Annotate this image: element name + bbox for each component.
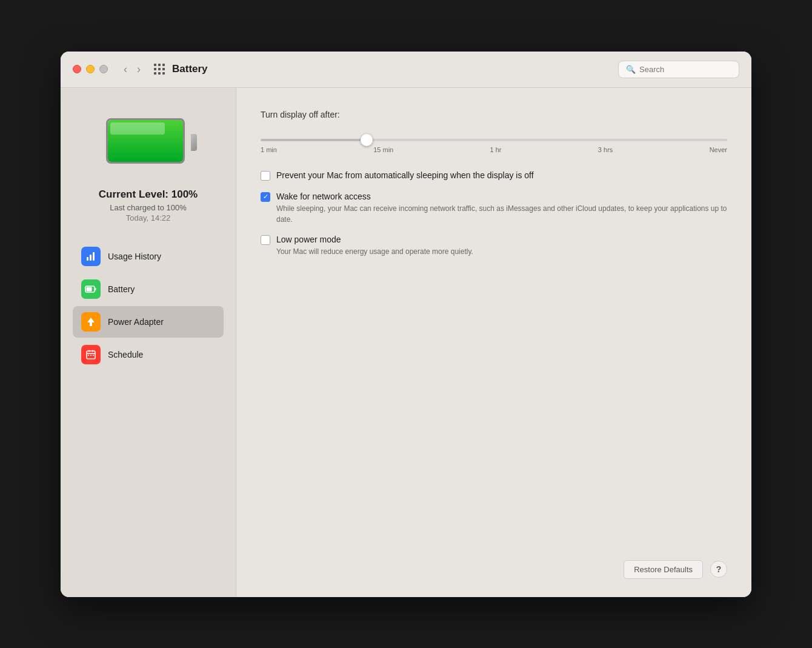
slider-label-15min: 15 min — [373, 146, 393, 153]
sidebar-item-schedule[interactable]: Schedule — [73, 339, 224, 370]
battery-body — [106, 118, 185, 164]
svg-rect-0 — [87, 257, 88, 261]
svg-rect-8 — [88, 350, 90, 352]
wake-network-label: Wake for network access — [276, 192, 727, 201]
svg-rect-9 — [92, 350, 93, 352]
slider-label-3hrs: 3 hrs — [598, 146, 613, 153]
svg-marker-6 — [87, 318, 95, 326]
sidebar-item-battery[interactable]: Battery — [73, 273, 224, 305]
schedule-icon — [81, 345, 101, 364]
svg-rect-10 — [87, 353, 95, 354]
battery-time-text: Today, 14:22 — [99, 213, 198, 222]
display-timeout-slider[interactable] — [261, 139, 727, 141]
main-panel: Turn display off after: 1 min 15 min 1 h… — [236, 88, 751, 597]
svg-rect-5 — [95, 288, 96, 290]
forward-button[interactable]: › — [133, 61, 144, 77]
minimize-button[interactable] — [86, 65, 95, 73]
grid-icon[interactable] — [154, 64, 165, 75]
slider-labels: 1 min 15 min 1 hr 3 hrs Never — [261, 146, 727, 153]
power-adapter-icon — [81, 312, 101, 332]
sidebar-label-power-adapter: Power Adapter — [108, 317, 164, 327]
sidebar-label-schedule: Schedule — [108, 350, 143, 359]
nav-buttons: ‹ › — [120, 61, 144, 77]
usage-history-icon — [81, 247, 101, 266]
prevent-sleep-checkbox[interactable] — [261, 171, 270, 181]
low-power-checkbox[interactable] — [261, 235, 270, 245]
battery-level-text: Current Level: 100% — [99, 189, 198, 201]
titlebar: ‹ › Battery 🔍 — [61, 52, 751, 88]
slider-label: Turn display off after: — [261, 110, 727, 119]
prevent-sleep-label: Prevent your Mac from automatically slee… — [276, 170, 534, 180]
back-button[interactable]: ‹ — [120, 61, 131, 77]
maximize-button[interactable] — [99, 65, 108, 73]
help-button[interactable]: ? — [710, 561, 727, 578]
sidebar-label-battery: Battery — [108, 284, 135, 294]
close-button[interactable] — [73, 65, 81, 73]
prevent-sleep-row: Prevent your Mac from automatically slee… — [261, 170, 727, 182]
low-power-description: Your Mac will reduce energy usage and op… — [276, 246, 473, 257]
display-timeout-section: Turn display off after: 1 min 15 min 1 h… — [261, 110, 727, 153]
svg-rect-11 — [88, 355, 89, 356]
prevent-sleep-content: Prevent your Mac from automatically slee… — [276, 170, 534, 182]
sidebar: Current Level: 100% Last charged to 100%… — [61, 88, 236, 597]
svg-rect-2 — [93, 252, 95, 261]
low-power-content: Low power mode Your Mac will reduce ener… — [276, 235, 473, 257]
svg-rect-4 — [87, 287, 92, 291]
sidebar-item-power-adapter[interactable]: Power Adapter — [73, 306, 224, 338]
options-section: Prevent your Mac from automatically slee… — [261, 170, 727, 267]
system-preferences-window: ‹ › Battery 🔍 Current Lev — [61, 52, 751, 597]
battery-shine — [110, 122, 165, 135]
sidebar-label-usage-history: Usage History — [108, 252, 161, 261]
battery-nav-icon — [81, 279, 101, 299]
battery-terminal — [191, 134, 197, 151]
slider-wrapper: 1 min 15 min 1 hr 3 hrs Never — [261, 127, 727, 153]
svg-rect-13 — [93, 355, 94, 356]
search-input[interactable] — [639, 65, 731, 74]
battery-info: Current Level: 100% Last charged to 100%… — [99, 189, 198, 222]
window-title: Battery — [172, 63, 208, 75]
bottom-bar: Restore Defaults ? — [261, 548, 727, 579]
sidebar-nav: Usage History Battery — [61, 241, 236, 372]
wake-network-checkbox[interactable]: ✓ — [261, 192, 270, 202]
slider-label-never: Never — [710, 146, 727, 153]
slider-label-1hr: 1 hr — [490, 146, 502, 153]
low-power-row: Low power mode Your Mac will reduce ener… — [261, 235, 727, 257]
battery-icon — [106, 118, 191, 167]
low-power-label: Low power mode — [276, 235, 473, 244]
slider-label-1min: 1 min — [261, 146, 277, 153]
search-icon: 🔍 — [626, 65, 636, 74]
sidebar-item-usage-history[interactable]: Usage History — [73, 241, 224, 272]
wake-network-description: While sleeping, your Mac can receive inc… — [276, 203, 727, 225]
battery-charged-text: Last charged to 100% — [99, 203, 198, 212]
restore-defaults-button[interactable]: Restore Defaults — [624, 560, 703, 579]
content-area: Current Level: 100% Last charged to 100%… — [61, 88, 751, 597]
svg-rect-12 — [90, 355, 92, 356]
traffic-lights — [73, 65, 108, 73]
wake-network-content: Wake for network access While sleeping, … — [276, 192, 727, 225]
search-box[interactable]: 🔍 — [618, 61, 739, 78]
wake-network-row: ✓ Wake for network access While sleeping… — [261, 192, 727, 225]
svg-rect-1 — [90, 255, 92, 261]
